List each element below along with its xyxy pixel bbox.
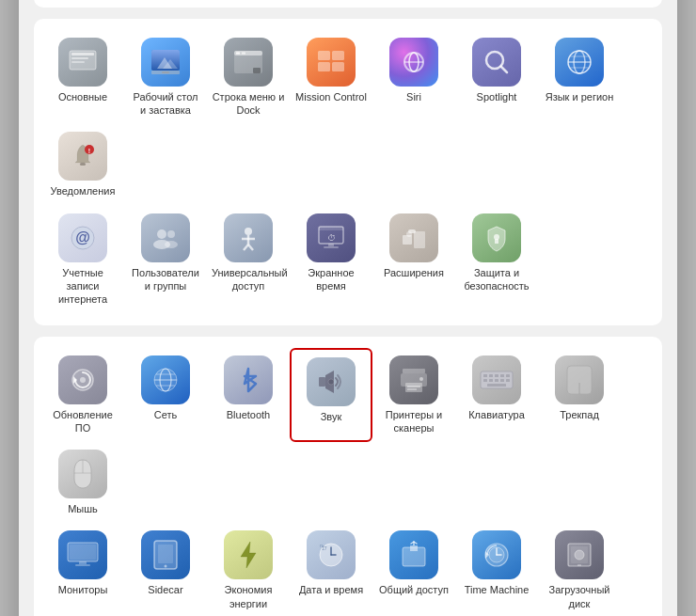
desktop-label: Рабочий стол и заставка [129, 90, 202, 118]
monitors-icon [58, 530, 107, 579]
pref-notif[interactable]: ! Уведомления [41, 124, 124, 205]
pref-spotlight[interactable]: Spotlight [455, 30, 538, 125]
pref-sidecar[interactable]: Sidecar [124, 523, 207, 616]
network-label: Сеть [154, 408, 177, 421]
svg-rect-90 [495, 374, 498, 377]
svg-point-72 [80, 377, 86, 383]
svg-rect-98 [487, 384, 506, 387]
pref-language[interactable]: Язык и регион [538, 30, 621, 125]
pref-siri[interactable]: Siri [372, 30, 455, 125]
svg-text:@: @ [75, 229, 90, 245]
pref-energy[interactable]: Экономия энергии [207, 523, 290, 616]
pref-keyboard[interactable]: Клавиатура [455, 348, 538, 443]
datetime-label: Дата и время [299, 583, 363, 596]
icon-grid-2: @ Учетные записи интернета По [41, 206, 655, 314]
sidecar-label: Sidecar [148, 583, 182, 596]
svg-point-127 [575, 550, 584, 560]
svg-rect-104 [70, 545, 96, 560]
sharing-label: Общий доступ [379, 583, 449, 596]
language-label: Язык и регион [546, 90, 614, 103]
pref-update[interactable]: Обновление ПО [41, 348, 124, 443]
keyboard-label: Клавиатура [468, 408, 525, 421]
pref-screen[interactable]: ⏱ Экранное время [290, 206, 372, 314]
svg-text:!: ! [88, 148, 90, 154]
siri-icon [389, 38, 438, 87]
sound-label: Звук [321, 410, 342, 423]
pref-startup[interactable]: Загрузочный диск [538, 523, 621, 616]
siri-label: Siri [406, 90, 421, 103]
mouse-label: Мышь [68, 502, 98, 515]
startup-label: Загрузочный диск [543, 583, 616, 610]
svg-rect-66 [414, 231, 425, 248]
internet-icon: @ [58, 213, 107, 262]
icon-grid-1: Основные [41, 30, 655, 206]
preferences-grid-1: Основные [34, 19, 662, 325]
svg-marker-116 [410, 545, 418, 551]
mission-label: Mission Control [295, 90, 367, 103]
monitors-label: Мониторы [58, 583, 108, 596]
svg-point-109 [165, 565, 167, 568]
update-label: Обновление ПО [46, 408, 119, 435]
pref-sound[interactable]: Звук [290, 348, 372, 443]
svg-rect-96 [500, 379, 504, 382]
universal-icon [224, 213, 273, 262]
svg-rect-97 [506, 379, 510, 382]
svg-rect-67 [408, 229, 416, 233]
startup-icon [555, 530, 604, 579]
pref-universal[interactable]: Универсальный доступ [207, 206, 290, 314]
svg-rect-92 [506, 374, 510, 377]
svg-rect-62 [328, 244, 334, 246]
svg-rect-81 [403, 369, 425, 373]
pref-trackpad[interactable]: Трекпад [538, 348, 621, 443]
energy-icon [224, 530, 273, 579]
extensions-icon [389, 213, 438, 262]
general-icon [58, 38, 107, 87]
svg-rect-30 [253, 68, 261, 73]
pref-general[interactable]: Основные [41, 30, 124, 125]
pref-printers[interactable]: Принтеры и сканеры [372, 348, 455, 443]
security-icon [472, 213, 521, 262]
network-icon [141, 355, 190, 404]
pref-bluetooth[interactable]: Bluetooth [207, 348, 290, 443]
pref-users[interactable]: Пользователи и группы [124, 206, 207, 314]
svg-rect-85 [407, 386, 420, 387]
universal-label: Универсальный доступ [212, 266, 285, 293]
pref-menubar[interactable]: Строка меню и Dock [207, 30, 290, 125]
sharing-icon [389, 530, 438, 579]
menubar-label: Строка меню и Dock [212, 90, 285, 118]
svg-rect-17 [71, 53, 94, 55]
svg-rect-86 [407, 388, 417, 390]
extensions-label: Расширения [384, 266, 444, 279]
icon-grid-4: Мониторы Sidecar [41, 523, 655, 616]
pref-security[interactable]: Защита и безопасность [455, 206, 538, 314]
pref-sharing[interactable]: Общий доступ [372, 523, 455, 616]
svg-rect-91 [500, 374, 504, 377]
pref-timemachine[interactable]: Time Machine [455, 523, 538, 616]
notif-icon: ! [58, 132, 107, 181]
internet-label: Учетные записи интернета [46, 266, 119, 307]
bluetooth-icon [224, 355, 273, 404]
pref-desktop[interactable]: Рабочий стол и заставка [124, 30, 207, 125]
svg-rect-128 [577, 564, 581, 566]
svg-rect-93 [483, 379, 487, 382]
pref-extensions[interactable]: Расширения [372, 206, 455, 314]
svg-line-39 [501, 66, 508, 72]
pref-mouse[interactable]: Мышь [41, 442, 124, 523]
svg-rect-63 [324, 246, 339, 248]
pref-datetime[interactable]: 17 Пн Дата и время [290, 523, 372, 616]
system-preferences-window: ‹ › Системные настройки 🔍 [19, 0, 677, 616]
icon-grid-3: Обновление ПО Сеть [41, 348, 655, 524]
mission-icon [307, 38, 356, 87]
timemachine-icon [472, 530, 521, 579]
pref-mission[interactable]: Mission Control [290, 30, 372, 125]
pref-monitors[interactable]: Мониторы [41, 523, 124, 616]
pref-network[interactable]: Сеть [124, 348, 207, 443]
svg-rect-78 [319, 377, 325, 387]
svg-rect-19 [71, 61, 85, 63]
svg-point-50 [157, 229, 166, 239]
screen-label: Экранное время [294, 266, 368, 293]
screen-icon: ⏱ [307, 213, 356, 262]
svg-line-58 [248, 245, 253, 250]
pref-internet[interactable]: @ Учетные записи интернета [41, 206, 124, 314]
spotlight-label: Spotlight [477, 90, 517, 103]
